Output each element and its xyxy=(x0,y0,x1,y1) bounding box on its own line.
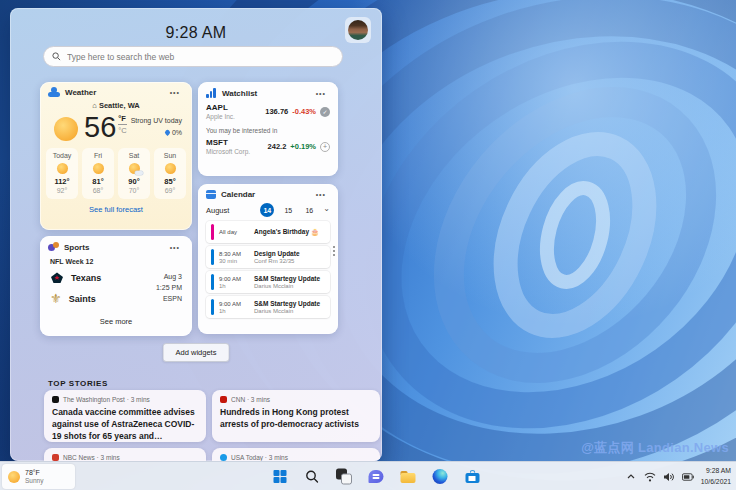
event-color-bar xyxy=(211,249,214,265)
add-widgets-button[interactable]: Add widgets xyxy=(163,343,230,362)
calendar-event[interactable]: 9:00 AM 1h S&M Startegy Update Darius Mc… xyxy=(206,296,330,318)
forecast-day[interactable]: Today 112° 92° xyxy=(46,148,78,199)
weather-more-options-button[interactable]: ••• xyxy=(166,88,184,97)
taskbar: 78°F Sunny xyxy=(0,461,736,490)
forecast-day[interactable]: Fri 81° 68° xyxy=(82,148,114,199)
news-story-card[interactable]: USA Today · 3 mins xyxy=(212,448,380,461)
store-icon xyxy=(465,470,479,483)
battery-tray-button[interactable] xyxy=(682,471,694,483)
calendar-event[interactable]: 9:00 AM 1h S&M Startegy Update Darius Mc… xyxy=(206,271,330,293)
sports-title: Sports xyxy=(64,243,161,252)
panel-clock: 9:28 AM xyxy=(10,24,382,42)
top-stories-header: TOP STORIES xyxy=(48,379,108,388)
taskbar-clock[interactable]: 9:28 AM 10/6/2021 xyxy=(701,466,731,486)
game-channel: ESPN xyxy=(156,293,182,304)
see-full-forecast-link[interactable]: See full forecast xyxy=(40,205,192,214)
event-color-bar xyxy=(211,274,214,290)
search-icon xyxy=(52,52,61,61)
chat-icon xyxy=(369,470,384,483)
sunny-icon xyxy=(8,471,20,483)
team-row[interactable]: Texans xyxy=(50,267,156,288)
edge-browser-button[interactable] xyxy=(428,464,453,489)
forecast-day[interactable]: Sun 85° 69° xyxy=(154,148,186,199)
task-view-button[interactable] xyxy=(332,464,357,489)
watchlist-more-options-button[interactable]: ••• xyxy=(312,89,330,98)
weather-widget[interactable]: Weather ••• ⌂ Seattle, WA 56 °F °C Stron… xyxy=(40,82,192,230)
calendar-event[interactable]: 8:30 AM 30 min Design Update Conf Rm 32/… xyxy=(206,246,330,268)
precipitation-icon xyxy=(164,129,171,136)
team-row[interactable]: ⚜ Saints xyxy=(50,288,156,309)
watchlist-title: Watchlist xyxy=(222,89,307,98)
stock-row[interactable]: MSFT Microsoft Corp. 242.2 +0.19% + xyxy=(198,135,338,158)
wifi-icon xyxy=(644,472,656,482)
sports-more-options-button[interactable]: ••• xyxy=(166,243,184,252)
sunny-icon xyxy=(57,163,68,174)
calendar-date[interactable]: 15 xyxy=(281,203,295,217)
show-hidden-icons-button[interactable] xyxy=(625,471,637,483)
weather-title: Weather xyxy=(65,88,161,97)
texans-logo xyxy=(50,272,64,284)
watched-check-icon[interactable]: ✓ xyxy=(320,107,330,117)
see-more-link[interactable]: See more xyxy=(40,317,192,326)
weather-icon xyxy=(48,89,60,97)
search-bar[interactable] xyxy=(43,46,343,67)
calendar-date[interactable]: 16 xyxy=(302,203,316,217)
news-story-card[interactable]: The Washington Post · 3 mins Canada vacc… xyxy=(44,390,206,442)
add-to-watchlist-button[interactable]: + xyxy=(320,142,330,152)
volume-tray-button[interactable] xyxy=(663,471,675,483)
widgets-panel: 9:28 AM Weather ••• ⌂ Seattle, WA xyxy=(10,8,382,461)
watermark: @蓝点网 Landian.News xyxy=(581,439,729,457)
calendar-widget[interactable]: Calendar ••• August 14 15 16 ⌄ All day A… xyxy=(198,184,338,334)
task-view-icon xyxy=(337,470,351,484)
folder-icon xyxy=(401,471,416,483)
weather-condition: Strong UV today xyxy=(131,117,182,124)
news-story-card[interactable]: NBC News · 3 mins xyxy=(44,448,206,461)
stock-change: +0.19% xyxy=(290,142,316,151)
unit-fahrenheit-toggle[interactable]: °F xyxy=(118,114,126,125)
partly-cloudy-icon xyxy=(129,163,140,174)
microsoft-store-button[interactable] xyxy=(460,464,485,489)
chat-button[interactable] xyxy=(364,464,389,489)
stock-row[interactable]: AAPL Apple Inc. 136.76 -0.43% ✓ xyxy=(198,100,338,123)
taskbar-weather-widget-button[interactable]: 78°F Sunny xyxy=(2,464,75,489)
calendar-month: August xyxy=(206,206,253,215)
calendar-more-options-button[interactable]: ••• xyxy=(312,190,330,199)
calendar-title: Calendar xyxy=(221,190,307,199)
profile-button[interactable] xyxy=(345,17,371,43)
game-time: 1:25 PM xyxy=(156,282,182,293)
nbc-news-logo-icon xyxy=(52,454,59,461)
speaker-icon xyxy=(663,472,675,482)
usa-today-logo-icon xyxy=(220,454,227,461)
desktop: @蓝点网 Landian.News 9:28 AM Weather ••• ⌂ … xyxy=(0,0,736,490)
sunny-icon xyxy=(165,163,176,174)
stocks-chart-icon xyxy=(206,88,217,98)
windows-logo-icon xyxy=(273,470,287,484)
current-temperature: 56 xyxy=(84,113,116,142)
sunny-icon xyxy=(93,163,104,174)
wifi-tray-button[interactable] xyxy=(644,471,656,483)
calendar-date-selected[interactable]: 14 xyxy=(260,203,274,217)
search-icon xyxy=(306,470,319,483)
start-button[interactable] xyxy=(268,464,293,489)
file-explorer-button[interactable] xyxy=(396,464,421,489)
calendar-scrollbar[interactable] xyxy=(333,246,335,256)
taskbar-search-button[interactable] xyxy=(300,464,325,489)
sports-widget[interactable]: Sports ••• NFL Week 12 Texans ⚜ Saints xyxy=(40,236,192,336)
sports-league-label: NFL Week 12 xyxy=(40,255,192,267)
chevron-up-icon xyxy=(627,474,635,479)
saints-logo: ⚜ xyxy=(50,292,62,305)
search-input[interactable] xyxy=(67,52,334,62)
battery-icon xyxy=(682,473,694,481)
cnn-logo-icon xyxy=(220,396,227,403)
watchlist-widget[interactable]: Watchlist ••• AAPL Apple Inc. 136.76 -0.… xyxy=(198,82,338,176)
location-pin-icon: ⌂ xyxy=(92,101,97,110)
calendar-event[interactable]: All day Angela's Birthday 🎂 xyxy=(206,221,330,243)
sunny-icon xyxy=(54,117,78,141)
edge-icon xyxy=(433,469,448,484)
weather-location[interactable]: ⌂ Seattle, WA xyxy=(40,101,192,110)
forecast-day[interactable]: Sat 90° 70° xyxy=(118,148,150,199)
news-story-card[interactable]: CNN · 3 mins Hundreds in Hong Kong prote… xyxy=(212,390,380,442)
unit-celsius-toggle[interactable]: °C xyxy=(118,125,126,135)
watchlist-suggestion-label: You may be interested in xyxy=(198,123,338,135)
game-date: Aug 3 xyxy=(156,271,182,282)
